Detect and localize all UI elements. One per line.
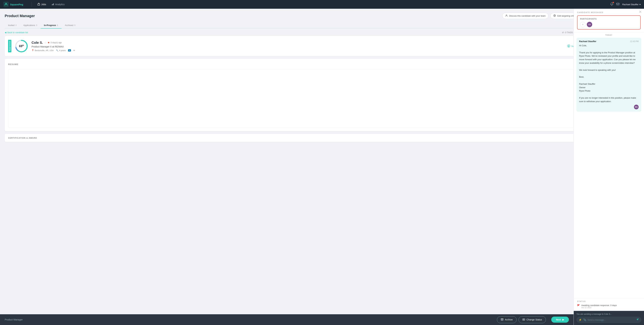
message-input[interactable] — [588, 319, 634, 321]
discuss-icon — [505, 14, 508, 18]
candidate-info: Cole S. ☆ 0 day(s) ago Product Manager I… — [32, 41, 564, 52]
svg-point-10 — [554, 15, 555, 16]
logo[interactable]: SquarePeg — [3, 2, 23, 7]
score-circle: 69th — [15, 40, 28, 53]
salary-icon — [567, 44, 570, 48]
tab-applications[interactable]: Applications 0 — [20, 22, 40, 28]
close-panel-button[interactable] — [639, 10, 642, 14]
next-button[interactable]: Next ▶ — [551, 316, 569, 323]
nav-item-analytics[interactable]: Analytics — [49, 2, 67, 8]
resume-content — [8, 69, 584, 128]
tab-in-progress[interactable]: In-Progress 1 — [40, 22, 62, 28]
message-input-hint: You are sending a message to Cole S... — [576, 313, 641, 315]
main-content: Product Manager Discuss this candidate w… — [0, 9, 592, 325]
participants-box: PARTICIPANTS + CS — [577, 16, 641, 30]
svg-rect-4 — [52, 4, 53, 5]
location-meta: 📍 Bentonville, AR, USA — [32, 49, 54, 52]
svg-rect-2 — [38, 4, 40, 5]
cert-section-title: CERTIFICATION & AWARD — [8, 137, 37, 139]
status-item: 🚩 Awaiting candidate response: 0 days Oc… — [577, 304, 641, 308]
svg-point-8 — [506, 15, 507, 16]
email-icon: ✉ — [73, 49, 75, 52]
favorite-star-icon[interactable]: ☆ — [44, 41, 46, 44]
message-text: Hi Cole, Thank you for applying to the P… — [579, 44, 639, 103]
change-status-button[interactable]: Change Status — [518, 316, 546, 323]
candidate-role: Product Manager II at RE/MAX — [32, 45, 564, 48]
status-icon — [522, 318, 525, 321]
experience-icon: 🔧 — [56, 49, 58, 52]
days-ago: 0 day(s) ago — [51, 42, 62, 44]
score-value: 69th — [19, 44, 24, 48]
message-time: 12:43 PM — [630, 40, 639, 42]
experience-meta: 🔧 4 years — [56, 49, 66, 52]
participants-label: PARTICIPANTS — [580, 18, 638, 20]
chevron-down-icon: ▾ — [640, 3, 641, 6]
top-navigation: SquarePeg Jobs Analytics Rachael Stauffe… — [0, 0, 644, 9]
tab-invited[interactable]: Invited 0 — [5, 22, 20, 28]
approved-badge: Approved — [8, 40, 12, 52]
tag-icon: 🏷 — [562, 31, 564, 34]
nav-item-jobs[interactable]: Jobs — [35, 2, 48, 8]
lightning-icon[interactable]: ⚡ — [579, 318, 582, 321]
tabs-bar: Invited 0 Applications 0 In-Progress 1 A… — [5, 22, 587, 28]
svg-rect-3 — [52, 4, 52, 5]
svg-point-6 — [612, 5, 612, 6]
top-right-actions: Rachael Stauffer ▾ — [610, 2, 641, 6]
next-arrow-icon: ▶ — [562, 318, 564, 321]
archive-button[interactable]: Archive — [497, 316, 516, 323]
svg-rect-5 — [53, 3, 54, 5]
status-dot — [48, 42, 49, 43]
location-icon: 📍 — [32, 49, 34, 52]
analytics-icon — [52, 3, 54, 6]
status-title: STATUS — [577, 300, 641, 302]
bottom-bar: Product Manager Archive Change Status Ne… — [0, 314, 574, 325]
resume-section-title: RESUME — [8, 63, 18, 66]
linkedin-link[interactable]: in — [68, 49, 71, 52]
status-date: Oct 12 2023 — [581, 306, 641, 308]
back-arrow-icon: ◀ — [5, 31, 6, 34]
page-header: Product Manager Discuss this candidate w… — [5, 13, 587, 19]
nav-items: Jobs Analytics — [35, 2, 67, 8]
svg-rect-7 — [616, 3, 619, 5]
status-content: Awaiting candidate response: 0 days Oct … — [581, 304, 641, 308]
nav-divider — [32, 2, 32, 7]
main-layout: Product Manager Discuss this candidate w… — [0, 9, 644, 325]
status-text: Awaiting candidate response: 0 days — [581, 304, 641, 306]
participants-row: + CS — [580, 22, 638, 27]
jobs-icon — [38, 3, 40, 6]
messages-panel: CANDIDATE MESSAGES PARTICIPANTS + CS TOD… — [574, 9, 644, 325]
message-sender: Rachael Stauffer — [579, 40, 596, 42]
attach-icon[interactable]: 📎 — [583, 318, 586, 321]
resume-section: RESUME — [5, 59, 587, 131]
targeting-icon — [553, 14, 556, 18]
status-section: STATUS 🚩 Awaiting candidate response: 0 … — [574, 298, 644, 311]
svg-rect-1 — [5, 4, 7, 4]
messages-header: CANDIDATE MESSAGES PARTICIPANTS + CS — [574, 9, 644, 32]
messages-panel-title: CANDIDATE MESSAGES — [577, 12, 641, 14]
resume-section-header: RESUME — [8, 62, 584, 66]
message-input-area: You are sending a message to Cole S... ⚡… — [574, 311, 644, 325]
messages-icon[interactable] — [616, 2, 620, 6]
notifications-icon[interactable] — [610, 2, 614, 6]
bottom-job-label: Product Manager — [5, 318, 23, 321]
message-input-row: ⚡ 📎 — [576, 316, 641, 323]
messages-body: Rachael Stauffer 12:43 PM Hi Cole, Thank… — [574, 38, 644, 298]
message-bubble: Rachael Stauffer 12:43 PM Hi Cole, Thank… — [576, 38, 641, 112]
send-actions-left: ⚡ 📎 — [579, 318, 586, 321]
discuss-candidate-button[interactable]: Discuss this candidate with your team — [502, 13, 548, 19]
message-avatar-row: RS — [579, 105, 639, 109]
page-title: Product Manager — [5, 14, 35, 18]
candidate-meta: 📍 Bentonville, AR, USA 🔧 4 years in ✉ — [32, 49, 564, 52]
sender-avatar: RS — [634, 105, 639, 109]
tab-archived[interactable]: Archived 6 — [62, 22, 79, 28]
archive-icon — [501, 318, 504, 321]
email-link[interactable]: ✉ — [73, 49, 75, 52]
user-menu[interactable]: Rachael Stauffer ▾ — [622, 3, 641, 6]
back-to-list-link[interactable]: ◀ Back to candidate list — [5, 31, 28, 34]
send-button[interactable] — [636, 318, 639, 322]
today-label: TODAY — [574, 32, 644, 38]
candidate-card: Approved 69th Cole S. ☆ — [5, 36, 587, 56]
candidate-name-row: Cole S. ☆ 0 day(s) ago — [32, 41, 564, 44]
bottom-actions: Archive Change Status Next ▶ — [497, 316, 569, 323]
add-participant-button[interactable]: + — [580, 22, 586, 27]
